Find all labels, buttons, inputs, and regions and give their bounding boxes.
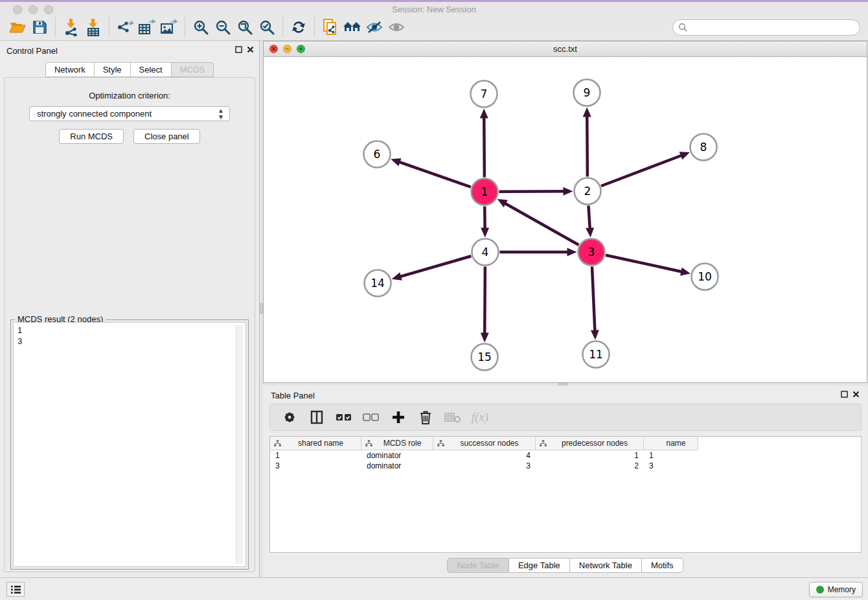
float-panel-icon[interactable] (235, 46, 242, 53)
mcds-result-list[interactable]: 1 3 (13, 322, 246, 567)
export-table-icon[interactable] (136, 17, 158, 38)
network-canvas[interactable]: 7968124314101511 (264, 57, 867, 382)
import-network-icon[interactable] (60, 17, 82, 38)
node-table[interactable]: shared nameMCDS rolesuccessor nodesprede… (269, 436, 862, 553)
graph-edge-arrowhead (567, 248, 577, 257)
close-panel-button[interactable]: Close panel (133, 129, 200, 144)
graph-node-label: 7 (481, 87, 488, 100)
column-header-MCDS-role[interactable]: MCDS role (361, 437, 433, 450)
tab-style[interactable]: Style (95, 62, 131, 77)
graph-edge[interactable] (606, 255, 683, 272)
graph-edge[interactable] (485, 266, 485, 334)
toolbar-separator (282, 17, 283, 37)
table-cell[interactable]: 3 (270, 461, 361, 471)
table-row[interactable]: 1dominator411 (270, 450, 861, 461)
duplicate-network-icon[interactable] (319, 17, 341, 38)
open-folder-icon[interactable] (6, 17, 29, 38)
unchecked-rows-icon[interactable] (362, 408, 380, 427)
table-cell[interactable]: 2 (536, 461, 644, 471)
export-network-icon[interactable] (114, 17, 136, 38)
toolbar-separator (185, 17, 185, 37)
delete-table-icon[interactable] (444, 408, 462, 427)
window-title: Session: New Session (0, 5, 868, 14)
task-history-button[interactable] (6, 582, 25, 597)
graph-node-label: 15 (477, 351, 492, 363)
table-cell[interactable]: 1 (536, 450, 644, 461)
table-toolbar: f(x) (269, 404, 862, 431)
toolbar-separator (109, 17, 109, 37)
tab-motifs[interactable]: Motifs (642, 558, 683, 573)
network-window-titlebar[interactable]: ✕ − + scc.txt (264, 41, 867, 57)
close-panel-icon[interactable] (247, 46, 254, 53)
zoom-out-icon[interactable] (212, 17, 234, 38)
column-header-predecessor-nodes[interactable]: predecessor nodes (536, 437, 644, 450)
memory-button[interactable]: Memory (809, 582, 863, 597)
close-panel-icon[interactable] (852, 391, 860, 398)
graph-node-label: 9 (584, 86, 591, 99)
zoom-selected-icon[interactable] (256, 17, 278, 38)
add-column-icon[interactable] (389, 408, 407, 427)
app-titlebar: Session: New Session (0, 2, 868, 14)
graph-edge[interactable] (601, 155, 683, 186)
graph-node-label: 14 (371, 277, 385, 290)
column-header-shared-name[interactable]: shared name (270, 437, 361, 450)
split-column-icon[interactable] (308, 408, 326, 427)
import-table-icon[interactable] (82, 17, 104, 38)
column-header-name[interactable]: name (644, 437, 698, 450)
graph-edge[interactable] (398, 161, 471, 187)
optimization-criterion-label: Optimization criterion: (5, 91, 255, 100)
graph-edge[interactable] (499, 191, 565, 192)
graph-edge[interactable] (399, 256, 471, 277)
function-builder-icon[interactable]: f(x) (471, 408, 489, 427)
graph-edge[interactable] (484, 116, 485, 177)
hide-eye-icon[interactable] (363, 17, 385, 38)
table-cell[interactable]: 3 (644, 461, 698, 471)
tab-network[interactable]: Network (45, 62, 95, 77)
graph-edge-arrowhead (481, 227, 489, 237)
tab-network-table[interactable]: Network Table (570, 558, 642, 573)
graph-edge[interactable] (592, 266, 595, 332)
zoom-in-icon[interactable] (190, 17, 212, 38)
table-cell[interactable]: dominator (361, 461, 433, 471)
table-row[interactable]: 3dominator323 (270, 461, 861, 471)
column-header-successor-nodes[interactable]: successor nodes (433, 437, 536, 450)
table-panel: Table Panel f(x) shared nameMCDS role (263, 386, 867, 577)
table-cell[interactable]: 4 (433, 450, 536, 461)
mcds-result-line: 3 (17, 336, 242, 347)
zoom-fit-icon[interactable] (234, 17, 256, 38)
search-input[interactable] (672, 19, 860, 36)
search-icon (678, 23, 688, 32)
run-mcds-button[interactable]: Run MCDS (59, 129, 124, 144)
network-home-icon[interactable] (341, 17, 363, 38)
delete-column-icon[interactable] (417, 408, 435, 427)
graph-node-label: 6 (374, 148, 381, 161)
refresh-layout-icon[interactable] (288, 17, 310, 38)
table-cell[interactable]: 3 (433, 461, 536, 471)
select-stepper-icon: ▲▼ (218, 108, 224, 121)
graph-edge-arrowhead (481, 332, 489, 342)
result-scrollbar[interactable] (236, 325, 243, 564)
tab-select[interactable]: Select (131, 62, 172, 77)
graph-edge[interactable] (587, 115, 588, 176)
float-panel-icon[interactable] (841, 391, 848, 398)
tab-edge-table[interactable]: Edge Table (509, 558, 570, 573)
table-cell[interactable]: 1 (644, 450, 698, 461)
graph-edge[interactable] (504, 203, 578, 245)
memory-status-icon (816, 586, 824, 594)
graph-edge[interactable] (588, 205, 589, 229)
mcds-result-group: MCDS result (2 nodes) 1 3 (10, 319, 249, 570)
tab-mcds[interactable]: MCDS (172, 62, 214, 77)
show-eye-icon[interactable] (385, 17, 407, 38)
export-image-icon[interactable] (158, 17, 180, 38)
tab-node-table[interactable]: Node Table (447, 558, 509, 573)
table-cell[interactable]: 1 (270, 450, 361, 461)
gear-icon[interactable] (280, 408, 299, 427)
checked-rows-icon[interactable] (335, 408, 353, 427)
criterion-value: strongly connected component (37, 109, 152, 119)
save-icon[interactable] (29, 17, 51, 38)
table-cell[interactable]: dominator (361, 450, 433, 461)
criterion-select[interactable]: strongly connected component ▲▼ (29, 106, 230, 121)
status-bar: Memory (0, 577, 868, 600)
graph-edge-arrowhead (680, 152, 690, 159)
node-table-header: shared nameMCDS rolesuccessor nodesprede… (270, 437, 861, 450)
